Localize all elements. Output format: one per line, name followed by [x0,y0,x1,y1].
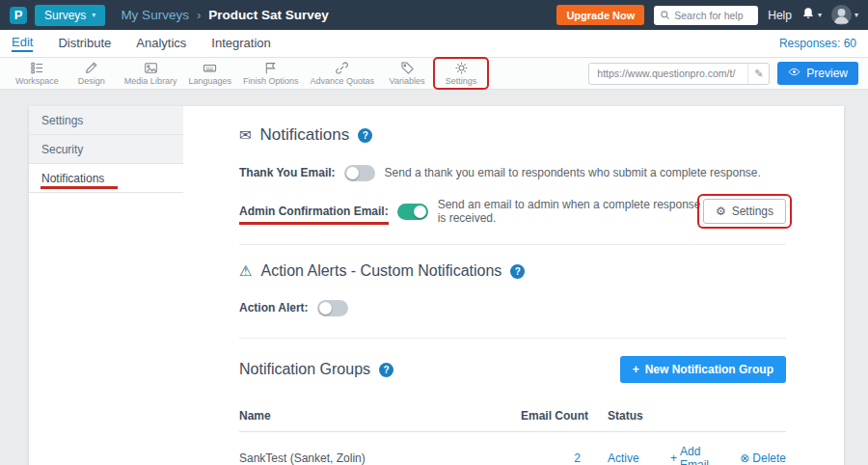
toolbar-workspace-label: Workspace [15,77,59,86]
upgrade-now-button[interactable]: Upgrade Now [556,5,644,25]
workspace-icon [30,61,44,75]
toolbar-languages[interactable]: Languages [182,60,237,87]
tab-analytics[interactable]: Analytics [136,36,186,51]
delete-label: Delete [752,451,786,465]
admin-confirmation-email-toggle[interactable] [397,204,428,220]
variables-icon [400,61,415,75]
toolbar-workspace[interactable]: Workspace [10,60,65,87]
help-icon[interactable]: ? [510,264,525,279]
section-title-notification-groups: Notification Groups [239,361,370,378]
toolbar-variables-label: Variables [390,77,425,86]
add-email-link[interactable]: + Add Email [670,445,724,465]
tab-distribute[interactable]: Distribute [58,36,111,51]
toolbar-settings-label: Settings [446,77,477,86]
survey-url-value: https://www.questionpro.com/t/ [589,68,747,79]
new-notification-group-label: New Notification Group [645,363,773,376]
table-header-row: Name Email Count Status [239,400,786,432]
delete-link[interactable]: ⊗ Delete [740,445,786,465]
plus-icon: + [670,451,677,465]
action-alert-row: Action Alert: [239,297,786,318]
settings-sidebar: Settings Security Notifications [29,106,183,465]
edit-url-icon[interactable]: ✎ [747,64,769,84]
finish-options-icon [263,61,278,75]
toolbar-finish-options-label: Finish Options [243,77,299,86]
thank-you-email-toggle[interactable] [344,165,375,181]
survey-tab-bar: Edit Distribute Analytics Integration Re… [0,30,868,58]
envelope-icon: ✉ [239,126,252,144]
help-icon[interactable]: ? [358,128,372,143]
tab-edit[interactable]: Edit [12,35,33,52]
surveys-menu-button[interactable]: Surveys ▾ [35,5,105,26]
thank-you-email-description: Send a thank you email to respondents wh… [385,166,761,179]
chevron-down-icon: ▾ [92,11,95,19]
table-row: SankTest (Sanket, Zolin) 2 Active + Add … [239,432,786,465]
section-title-action-alerts: Action Alerts - Custom Notifications [260,262,502,280]
search-input[interactable] [674,10,752,21]
add-email-label: Add Email [680,445,724,465]
settings-card: Settings Security Notifications ✉ Notifi… [29,106,844,465]
help-search-box[interactable] [654,6,758,25]
status-link[interactable]: Active [608,451,639,465]
admin-confirmation-email-row: Admin Confirmation Email: Send an email … [239,198,786,225]
preview-button[interactable]: Preview [777,62,858,85]
breadcrumb-separator: › [197,8,201,22]
admin-email-settings-button[interactable]: ⚙ Settings [703,199,786,224]
section-title-notifications: Notifications [260,125,350,145]
chevron-down-icon: ▾ [854,11,858,19]
toggle-knob [319,302,332,315]
sidebar-item-security[interactable]: Security [29,135,183,164]
toolbar-settings[interactable]: Settings [434,60,488,87]
notifications-bell-button[interactable]: ▾ [801,7,822,24]
column-header-name: Name [239,409,521,423]
top-navigation-bar: P Surveys ▾ My Surveys › Product Sat Sur… [0,0,868,30]
new-notification-group-button[interactable]: + New Notification Group [620,356,786,383]
survey-url-field[interactable]: https://www.questionpro.com/t/ ✎ [588,63,770,85]
toolbar-media-library-label: Media Library [124,77,177,86]
section-divider [239,244,786,245]
row-actions: + Add Email ⊗ Delete [670,445,786,465]
admin-email-settings-label: Settings [732,205,773,218]
settings-gear-icon [454,61,469,75]
edit-toolbar: Workspace Design Media Library Languages… [0,58,868,90]
action-alert-toggle[interactable] [317,300,348,316]
toggle-knob [414,205,426,218]
help-link[interactable]: Help [768,9,792,22]
topbar-right-group: Upgrade Now Help ▾ ▾ [556,5,858,25]
toolbar-finish-options[interactable]: Finish Options [237,60,305,87]
breadcrumb: My Surveys › Product Sat Survey [121,8,328,22]
section-divider [239,338,786,339]
toolbar-languages-label: Languages [188,77,231,86]
help-icon[interactable]: ? [379,363,393,377]
eye-icon [788,66,800,81]
thank-you-email-label: Thank You Email: [239,166,336,179]
breadcrumb-my-surveys[interactable]: My Surveys [121,8,189,22]
page-title: Product Sat Survey [208,8,329,22]
toolbar-right-group: https://www.questionpro.com/t/ ✎ Preview [588,62,858,85]
questionpro-logo[interactable]: P [10,7,27,24]
toolbar-variables[interactable]: Variables [380,60,434,87]
account-menu-button[interactable]: ▾ [831,5,858,25]
tab-integration[interactable]: Integration [211,36,270,51]
sidebar-item-notifications[interactable]: Notifications [29,164,183,193]
gear-icon: ⚙ [716,205,726,218]
toolbar-design-label: Design [78,77,105,86]
languages-icon [203,61,217,75]
responses-count[interactable]: Responses: 60 [779,37,856,50]
column-header-status: Status [608,409,670,423]
toggle-knob [346,167,359,179]
action-alerts-section-header: ⚠ Action Alerts - Custom Notifications ? [239,262,786,280]
column-header-email-count: Email Count [521,409,608,423]
thank-you-email-row: Thank You Email: Send a thank you email … [239,162,786,183]
preview-label: Preview [806,67,848,80]
delete-icon: ⊗ [740,451,749,465]
admin-confirmation-email-label: Admin Confirmation Email: [239,205,389,218]
toolbar-advance-quotas[interactable]: Advance Quotas [304,60,380,87]
surveys-menu-label: Surveys [44,9,86,22]
toolbar-design[interactable]: Design [65,60,119,87]
sidebar-item-settings[interactable]: Settings [29,106,183,135]
email-count-link[interactable]: 2 [574,451,581,465]
group-name: SankTest (Sanket, Zolin) [239,451,521,465]
notifications-panel: ✉ Notifications ? Thank You Email: Send … [183,106,844,465]
toolbar-media-library[interactable]: Media Library [119,60,183,87]
search-icon [660,7,670,24]
